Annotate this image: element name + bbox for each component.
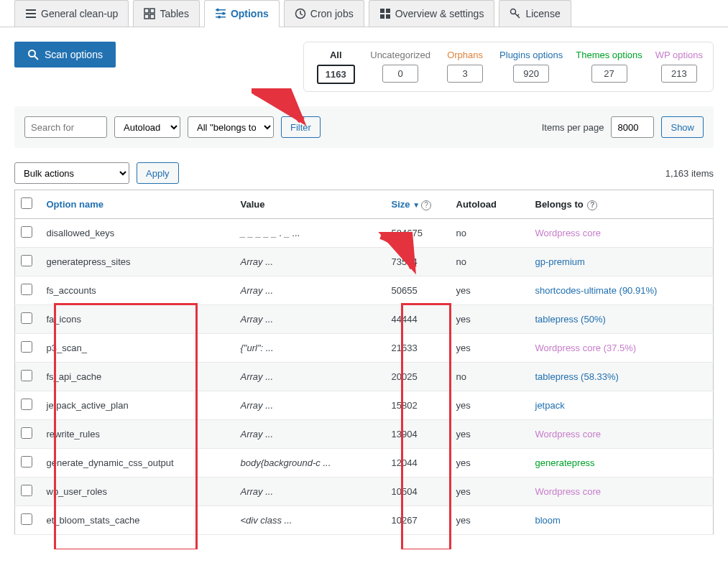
table-row: p3_scan_{"url": ...21533yesWordpress cor… [15, 334, 714, 363]
stat-all[interactable]: All 1163 [314, 50, 357, 84]
svg-rect-5 [144, 14, 149, 19]
tab-tables[interactable]: Tables [133, 0, 199, 27]
cell-autoload: no [451, 219, 530, 248]
select-all-checkbox[interactable] [21, 197, 32, 209]
cell-value: Array ... [235, 391, 386, 420]
cell-belongs[interactable]: tablepress (50%) [530, 305, 714, 334]
stat-plugins[interactable]: Plugins options 920 [499, 50, 563, 84]
stat-wp[interactable]: WP options 213 [655, 50, 703, 84]
cell-option-name[interactable]: rewrite_rules [41, 420, 235, 449]
row-checkbox[interactable] [21, 513, 32, 525]
cell-value: Array ... [235, 363, 386, 391]
cell-autoload: no [451, 248, 530, 276]
cell-belongs[interactable]: bloom [530, 506, 714, 535]
show-button[interactable]: Show [661, 116, 704, 138]
cell-size: 20025 [386, 363, 451, 391]
tab-license[interactable]: License [499, 0, 571, 27]
cell-value: Array ... [235, 305, 386, 334]
annotation-arrow-1 [252, 88, 309, 134]
annotation-arrow-2 [374, 232, 431, 277]
svg-rect-0 [26, 9, 36, 11]
column-option-name[interactable]: Option name [41, 190, 235, 219]
autoload-select[interactable]: Autoload [114, 116, 180, 138]
row-checkbox[interactable] [21, 312, 32, 324]
cell-size: 21533 [386, 334, 451, 363]
stat-themes[interactable]: Themes options 27 [576, 50, 642, 84]
row-checkbox[interactable] [21, 456, 32, 467]
dashboard-icon [379, 8, 391, 19]
key-icon [510, 8, 521, 19]
cell-option-name[interactable]: et_bloom_stats_cache [41, 506, 235, 535]
cell-belongs[interactable]: Wordpress core [530, 219, 714, 248]
cell-belongs[interactable]: tablepress (58.33%) [530, 363, 714, 391]
main-panel: Scan options All 1163 Uncategorized 0 Or… [0, 27, 728, 549]
cell-belongs[interactable]: generatepress [530, 449, 714, 478]
cell-belongs[interactable]: shortcodes-ultimate (90.91%) [530, 276, 714, 305]
column-value[interactable]: Value [235, 190, 386, 219]
cell-size: 12044 [386, 449, 451, 478]
cell-size: 10504 [386, 478, 451, 506]
cell-option-name[interactable]: fa_icons [41, 305, 235, 334]
sliders-icon [215, 8, 226, 19]
items-per-page-input[interactable] [611, 116, 654, 138]
bulk-actions-select[interactable]: Bulk actions [14, 162, 129, 184]
tab-cron[interactable]: Cron jobs [284, 0, 364, 27]
svg-rect-14 [380, 9, 384, 13]
row-checkbox[interactable] [21, 427, 32, 439]
stat-uncategorized[interactable]: Uncategorized 0 [370, 50, 430, 84]
svg-rect-16 [380, 14, 384, 19]
tab-general-cleanup[interactable]: General clean-up [14, 0, 129, 27]
row-checkbox[interactable] [21, 341, 32, 353]
cell-belongs[interactable]: Wordpress core [530, 420, 714, 449]
cell-option-name[interactable]: generate_dynamic_css_output [41, 449, 235, 478]
options-table: Option name Value Size ▼? Autoload Belon… [14, 190, 714, 535]
row-checkbox[interactable] [21, 399, 32, 410]
cell-autoload: yes [451, 420, 530, 449]
cell-size: 10267 [386, 506, 451, 535]
cell-value: Array ... [235, 248, 386, 276]
help-icon[interactable]: ? [421, 200, 431, 210]
tab-options[interactable]: Options [204, 0, 280, 27]
cell-belongs[interactable]: gp-premium [530, 248, 714, 276]
cell-value: _ _ _ _ _ . _ ... [235, 219, 386, 248]
cell-value: body{background-c ... [235, 449, 386, 478]
sort-desc-icon: ▼ [413, 201, 420, 209]
help-icon[interactable]: ? [587, 200, 597, 210]
svg-rect-1 [26, 13, 36, 14]
cell-belongs[interactable]: Wordpress core (37.5%) [530, 334, 714, 363]
cell-option-name[interactable]: generatepress_sites [41, 248, 235, 276]
cell-belongs[interactable]: jetpack [530, 391, 714, 420]
svg-rect-4 [150, 9, 155, 13]
table-row: fs_api_cacheArray ...20025notablepress (… [15, 363, 714, 391]
row-checkbox[interactable] [21, 255, 32, 266]
svg-rect-6 [150, 14, 155, 19]
svg-point-18 [511, 9, 516, 14]
column-size[interactable]: Size ▼? [386, 190, 451, 219]
cell-option-name[interactable]: fs_accounts [41, 276, 235, 305]
cell-option-name[interactable]: wp_user_roles [41, 478, 235, 506]
row-checkbox[interactable] [21, 284, 32, 295]
cell-option-name[interactable]: p3_scan_ [41, 334, 235, 363]
cell-autoload: yes [451, 478, 530, 506]
apply-button[interactable]: Apply [137, 162, 179, 184]
cell-option-name[interactable]: disallowed_keys [41, 219, 235, 248]
stat-orphans[interactable]: Orphans 3 [443, 50, 487, 84]
row-checkbox[interactable] [21, 485, 32, 496]
cell-option-name[interactable]: jetpack_active_plan [41, 391, 235, 420]
column-belongs[interactable]: Belongs to ? [530, 190, 714, 219]
clock-icon [295, 8, 306, 19]
table-row: disallowed_keys_ _ _ _ _ . _ ...584675no… [15, 219, 714, 248]
tab-overview[interactable]: Overview & settings [369, 0, 495, 27]
list-icon [25, 8, 37, 19]
cell-option-name[interactable]: fs_api_cache [41, 363, 235, 391]
row-checkbox[interactable] [21, 370, 32, 381]
table-row: generatepress_sitesArray ...73554nogp-pr… [15, 248, 714, 276]
cell-value: <div class ... [235, 506, 386, 535]
cell-belongs[interactable]: Wordpress core [530, 478, 714, 506]
cell-autoload: yes [451, 391, 530, 420]
cell-value: Array ... [235, 276, 386, 305]
row-checkbox[interactable] [21, 226, 32, 238]
search-input[interactable] [24, 116, 107, 138]
column-autoload[interactable]: Autoload [451, 190, 530, 219]
scan-options-button[interactable]: Scan options [14, 42, 116, 68]
